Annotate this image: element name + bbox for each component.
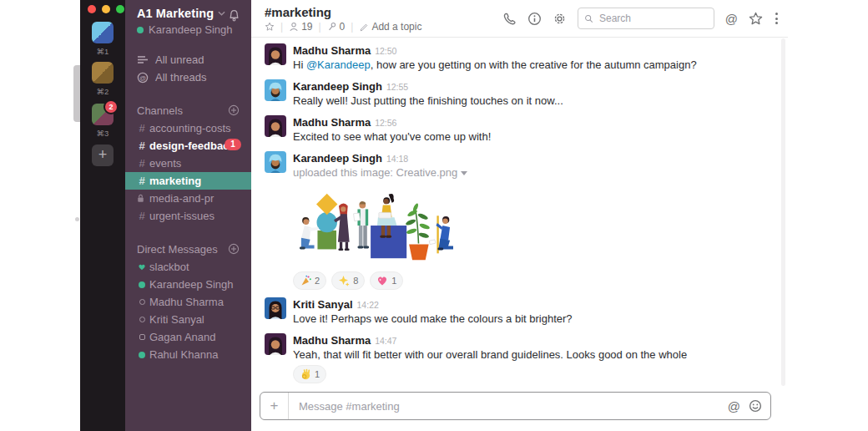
close-window-button[interactable] bbox=[88, 5, 96, 13]
sidebar-item-all-threads[interactable]: @ All threads bbox=[125, 68, 251, 86]
avatar[interactable] bbox=[265, 297, 286, 319]
sidebar-item-urgent-issues[interactable]: #urgent-issues bbox=[125, 207, 251, 225]
dm-label: Karandeep Singh bbox=[149, 278, 233, 291]
current-user[interactable]: Karandeep Singh bbox=[137, 23, 240, 36]
dm-label: Gagan Anand bbox=[149, 331, 216, 343]
scrollbar[interactable] bbox=[781, 38, 785, 386]
dm-label: Rahul Khanna bbox=[149, 348, 218, 361]
pinned-items-count[interactable]: 0 bbox=[327, 21, 346, 33]
dms-header[interactable]: Direct Messages bbox=[137, 243, 218, 256]
message-timestamp[interactable]: 14:22 bbox=[357, 300, 379, 310]
search-box[interactable] bbox=[578, 8, 714, 29]
sidebar-item-marketing[interactable]: #marketing bbox=[125, 172, 251, 190]
message-author[interactable]: Madhu Sharma bbox=[293, 334, 371, 347]
creative-image[interactable] bbox=[293, 188, 457, 266]
message-timestamp[interactable]: 14:18 bbox=[386, 154, 408, 164]
add-channel-icon[interactable] bbox=[228, 104, 240, 116]
zoom-window-button[interactable] bbox=[116, 5, 124, 13]
call-phone-icon[interactable] bbox=[502, 12, 517, 26]
message-text-segment: Hi bbox=[293, 58, 306, 71]
file-upload-caption[interactable]: uploaded this image: Creative.png bbox=[293, 165, 467, 180]
gear-icon[interactable] bbox=[553, 12, 567, 26]
sidebar-dm-gagan-anand[interactable]: Gagan Anand bbox=[125, 328, 251, 346]
file-menu-chevron-icon[interactable] bbox=[461, 171, 467, 175]
more-options-kebab-icon[interactable] bbox=[774, 11, 780, 26]
message-author[interactable]: Madhu Sharma bbox=[293, 44, 371, 57]
message-author[interactable]: Madhu Sharma bbox=[293, 116, 371, 129]
sidebar-dm-kriti-sanyal[interactable]: Kriti Sanyal bbox=[125, 311, 251, 328]
channel-label: urgent-issues bbox=[149, 210, 214, 222]
message-text: Really well! Just putting the finishing … bbox=[293, 94, 563, 108]
sidebar-item-label: All threads bbox=[155, 71, 206, 84]
add-dm-icon[interactable] bbox=[228, 243, 240, 255]
presence-offline-icon bbox=[137, 299, 147, 305]
message-text: Excited to see what you've come up with! bbox=[293, 129, 491, 144]
star-icon bbox=[265, 22, 275, 32]
dm-label: Madhu Sharma bbox=[149, 296, 224, 308]
screenshot-canvas: ⌘1⌘22⌘3 + A1 Marketing Karandeep Singh bbox=[0, 0, 868, 431]
reaction-sparkles[interactable]: 8 bbox=[331, 271, 365, 290]
channels-header[interactable]: Channels bbox=[137, 104, 183, 117]
channel-label: media-and-pr bbox=[149, 192, 214, 205]
channel-title: #marketing bbox=[265, 5, 331, 19]
message-timestamp[interactable]: 12:56 bbox=[375, 118, 396, 128]
reaction-tada[interactable]: 2 bbox=[293, 271, 326, 290]
presence-offline-icon bbox=[137, 317, 147, 322]
avatar[interactable] bbox=[265, 79, 286, 101]
pin-icon bbox=[327, 22, 337, 32]
message-text: Yeah, that will fit better with our over… bbox=[293, 347, 687, 362]
members-count[interactable]: 19 bbox=[289, 21, 312, 33]
sidebar-dm-madhu-sharma[interactable]: Madhu Sharma bbox=[125, 293, 251, 311]
reaction-count: 1 bbox=[391, 276, 396, 286]
message-author[interactable]: Karandeep Singh bbox=[293, 80, 382, 93]
add-workspace-button[interactable]: + bbox=[92, 145, 114, 166]
message-author[interactable]: Karandeep Singh bbox=[293, 152, 382, 165]
sidebar-item-all-unread[interactable]: All unread bbox=[125, 51, 251, 68]
sidebar-item-design-feedback[interactable]: #design-feedback1 bbox=[125, 137, 251, 155]
workspace-menu[interactable]: A1 Marketing bbox=[137, 7, 240, 20]
minimize-window-button[interactable] bbox=[102, 5, 110, 13]
avatar[interactable] bbox=[265, 115, 286, 137]
channel-label: design-feedback bbox=[149, 139, 235, 152]
reaction-sparkling_heart[interactable]: 1 bbox=[370, 271, 403, 290]
mentions-at-icon[interactable]: @ bbox=[725, 12, 738, 26]
dm-label: slackbot bbox=[149, 261, 189, 273]
emoji-picker-icon[interactable] bbox=[749, 399, 762, 413]
message-author[interactable]: Kriti Sanyal bbox=[293, 298, 353, 311]
avatar[interactable] bbox=[265, 151, 286, 173]
sidebar-item-media-and-pr[interactable]: media-and-pr bbox=[125, 190, 251, 207]
message-input[interactable] bbox=[297, 399, 723, 413]
workspace-icon-1[interactable] bbox=[92, 22, 114, 43]
sidebar-dm-rahul-khanna[interactable]: Rahul Khanna bbox=[125, 346, 251, 363]
search-input[interactable] bbox=[598, 12, 708, 25]
attach-plus-button[interactable]: + bbox=[260, 393, 289, 419]
sidebar-dm-slackbot[interactable]: slackbot bbox=[125, 258, 251, 276]
composer-mention-icon[interactable]: @ bbox=[728, 399, 740, 413]
presence-online-icon bbox=[137, 352, 147, 358]
ok_hand-emoji-icon bbox=[300, 368, 311, 380]
uploaded-image[interactable] bbox=[293, 188, 467, 266]
avatar[interactable] bbox=[265, 43, 286, 65]
user-mention-link[interactable]: @Karandeep bbox=[306, 58, 371, 71]
file-caption-text: uploaded this image: Creative.png bbox=[293, 166, 457, 179]
message-timestamp[interactable]: 12:55 bbox=[386, 82, 408, 92]
sidebar-item-events[interactable]: #events bbox=[125, 155, 251, 172]
workspace-icon-3[interactable]: 2 bbox=[92, 104, 114, 125]
workspace-icon-2[interactable] bbox=[92, 62, 114, 84]
sidebar-item-accounting-costs[interactable]: #accounting-costs bbox=[125, 119, 251, 137]
sparkles-emoji-icon bbox=[338, 275, 350, 286]
reaction-ok_hand[interactable]: 1 bbox=[293, 365, 326, 383]
svg-text:@: @ bbox=[139, 74, 146, 81]
message-timestamp[interactable]: 12:50 bbox=[375, 46, 396, 56]
presence-heart-icon bbox=[137, 263, 147, 271]
info-icon[interactable] bbox=[527, 12, 542, 26]
add-topic-button[interactable]: Add a topic bbox=[359, 21, 421, 33]
notifications-bell-icon[interactable] bbox=[228, 9, 240, 23]
avatar[interactable] bbox=[265, 333, 286, 355]
message-timestamp[interactable]: 14:47 bbox=[375, 336, 396, 346]
starred-items-icon[interactable] bbox=[749, 12, 763, 26]
background-window-artifact bbox=[73, 65, 80, 122]
sidebar-dm-karandeep-singh[interactable]: Karandeep Singh bbox=[125, 276, 251, 293]
star-channel-button[interactable] bbox=[265, 22, 275, 32]
hash-prefix: # bbox=[137, 210, 147, 222]
